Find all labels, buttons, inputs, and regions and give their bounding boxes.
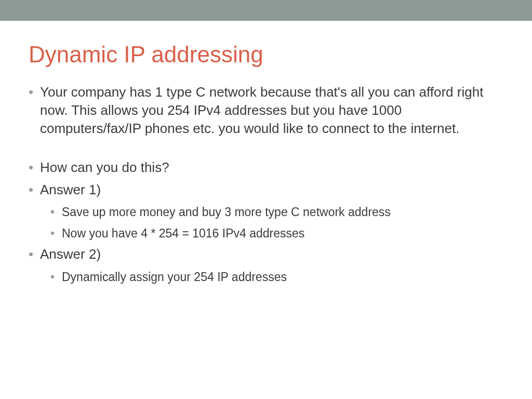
slide-title: Dynamic IP addressing — [29, 42, 503, 68]
sub-bullet-item: Now you have 4 * 254 = 1016 IPv4 address… — [50, 224, 503, 243]
bullet-answer-1: Answer 1) — [29, 181, 503, 199]
sub-bullet-item: Dynamically assign your 254 IP addresses — [50, 268, 503, 286]
sub-bullet-list-1: Save up more money and buy 3 more type C… — [50, 203, 503, 242]
sub-bullet-list-2: Dynamically assign your 254 IP addresses — [50, 268, 503, 286]
bullet-answer-2: Answer 2) — [29, 245, 503, 263]
sub-bullet-item: Save up more money and buy 3 more type C… — [50, 203, 503, 221]
slide-content: Dynamic IP addressing Your company has 1… — [0, 21, 532, 286]
bullet-question: How can you do this? — [29, 158, 503, 177]
bullet-list: Your company has 1 type C network becaus… — [29, 83, 503, 199]
top-accent-bar — [0, 0, 532, 21]
bullet-intro: Your company has 1 type C network becaus… — [29, 83, 503, 138]
bullet-list-continued: Answer 2) — [29, 245, 503, 263]
